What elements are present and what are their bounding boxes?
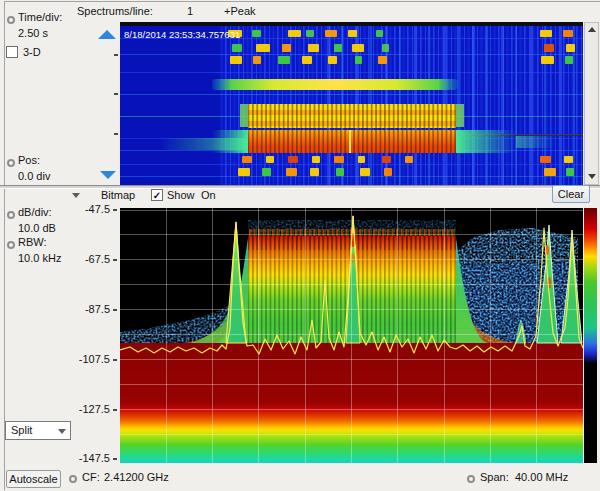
view-mode-value: Split [11, 424, 32, 437]
view-mode-dropdown[interactable]: Split [5, 421, 71, 440]
spectrogram-top-marker-icon[interactable] [98, 30, 116, 39]
color-scale-legend [584, 208, 597, 463]
dropdown-chevron-icon [58, 429, 66, 434]
db-div-label: dB/div: [18, 206, 52, 219]
rbw-knob-icon[interactable] [7, 241, 15, 249]
y-axis-label: -67.5 [74, 253, 110, 266]
spectrum-analyzer-window: Spectrums/line: 1 +Peak Time/div: 2.50 s… [0, 0, 600, 491]
rbw-label: RBW: [18, 236, 47, 249]
spectrum-display[interactable] [120, 208, 583, 463]
pane-splitter[interactable] [0, 185, 600, 189]
time-div-label: Time/div: [18, 11, 62, 24]
autoscale-button[interactable]: Autoscale [6, 470, 61, 488]
time-div-knob-icon[interactable] [7, 16, 15, 24]
scrollbar-down-button[interactable] [585, 169, 598, 182]
rbw-value[interactable]: 10.0 kHz [18, 252, 61, 265]
show-checkbox[interactable]: ✓ [151, 189, 163, 201]
clear-button[interactable]: Clear [552, 185, 590, 203]
y-axis-tick [113, 359, 117, 361]
db-div-knob-icon[interactable] [7, 211, 15, 219]
threed-label: 3-D [23, 46, 41, 59]
cf-value[interactable]: 2.41200 GHz [104, 471, 169, 484]
y-axis-label: -87.5 [74, 303, 110, 316]
y-axis-label: -47.5 [74, 203, 110, 216]
span-value[interactable]: 40.00 MHz [515, 471, 568, 484]
y-axis-label: -147.5 [74, 452, 110, 465]
cf-label: CF: [82, 471, 100, 484]
y-axis-tick [113, 458, 117, 460]
bitmap-section-collapse-icon[interactable] [72, 193, 80, 198]
y-axis-tick [113, 259, 117, 261]
show-state-value: On [201, 189, 216, 202]
spectrums-per-line-label: Spectrums/line: [77, 5, 153, 18]
spectrogram-bitmap[interactable]: 8/18/2014 23:53:34.757631 [120, 22, 583, 185]
bitmap-section-label: Bitmap [101, 189, 135, 202]
spectrogram-axis-tick [114, 93, 118, 95]
spectrums-per-line-value[interactable]: 1 [187, 5, 193, 18]
pos-value[interactable]: 0.0 div [18, 170, 50, 183]
span-label: Span: [480, 471, 509, 484]
span-knob-icon[interactable] [467, 475, 475, 483]
spectrogram-scrollbar[interactable] [584, 22, 599, 185]
y-axis-label: -107.5 [74, 353, 110, 366]
window-top-border [4, 1, 600, 2]
scrollbar-up-button[interactable] [585, 23, 598, 36]
spectrogram-axis-tick [114, 54, 118, 56]
db-div-value[interactable]: 10.0 dB [18, 222, 56, 235]
spectrogram-axis-tick [114, 133, 118, 135]
spectrum-bitmap[interactable] [120, 208, 583, 463]
y-axis-tick [113, 409, 117, 411]
y-axis-label: -127.5 [74, 403, 110, 416]
y-axis-tick [113, 309, 117, 311]
threed-checkbox[interactable] [6, 46, 18, 58]
pos-label: Pos: [18, 154, 40, 167]
pos-knob-icon[interactable] [7, 159, 15, 167]
time-div-value[interactable]: 2.50 s [18, 27, 48, 40]
cf-knob-icon[interactable] [69, 475, 77, 483]
spectrogram-content: 8/18/2014 23:53:34.757631 [120, 26, 583, 185]
spectrogram-timestamp: 8/18/2014 23:53:34.757631 [124, 29, 240, 40]
window-left-border [4, 1, 5, 490]
spectrogram-bottom-marker-icon[interactable] [100, 171, 116, 179]
y-axis-tick [113, 209, 117, 211]
show-label: Show [167, 189, 195, 202]
spectrogram-display[interactable]: 8/18/2014 23:53:34.757631 [120, 22, 583, 185]
detector-mode-label[interactable]: +Peak [224, 5, 256, 18]
